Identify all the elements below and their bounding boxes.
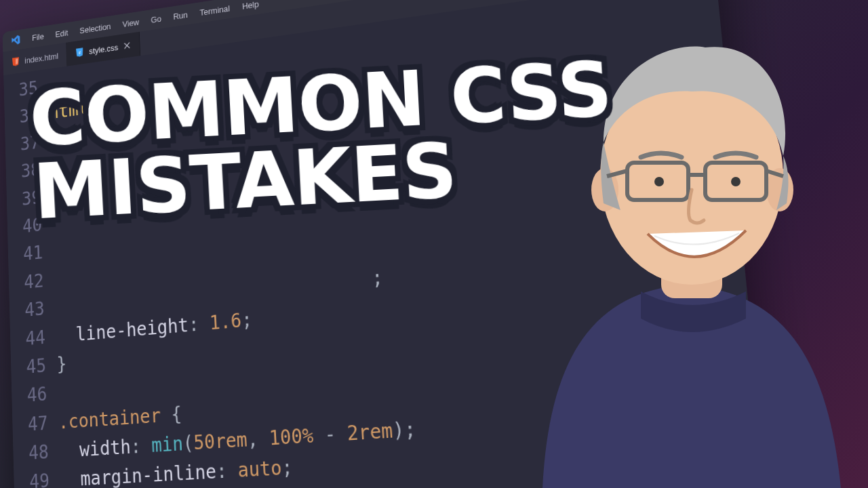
line-number: 37 [5, 128, 40, 160]
code-area: html { ; line-height: 1.6;}.container { … [48, 0, 771, 488]
line-number: 47 [12, 409, 48, 440]
svg-text:#: # [79, 50, 81, 55]
menu-view[interactable]: View [122, 18, 139, 28]
vscode-logo-icon [10, 34, 20, 47]
line-number: 41 [8, 239, 43, 270]
code-editor[interactable]: 3536373839404142434445464748495051 html … [3, 0, 770, 488]
line-number: 38 [5, 156, 41, 188]
line-number: 48 [13, 438, 49, 469]
menu-run[interactable]: Run [173, 10, 188, 20]
line-number: 40 [7, 211, 43, 242]
menu-help[interactable]: Help [242, 0, 259, 10]
menu-edit[interactable]: Edit [55, 28, 68, 39]
line-number: 39 [6, 183, 41, 215]
menu-file[interactable]: File [32, 32, 44, 41]
line-number: 35 [3, 74, 38, 106]
menu-selection[interactable]: Selection [79, 22, 111, 35]
css-icon: # [75, 47, 85, 58]
line-number: 44 [10, 323, 46, 354]
line-number: 43 [9, 295, 45, 326]
line-number: 49 [14, 466, 50, 488]
close-icon[interactable] [123, 41, 132, 51]
line-number: 46 [12, 380, 47, 411]
html-icon [11, 56, 20, 67]
vscode-window: FileEditSelectionViewGoRunTerminalHelpst… [3, 0, 778, 488]
line-number: 45 [11, 351, 47, 382]
menu-go[interactable]: Go [151, 14, 161, 24]
line-number: 42 [9, 266, 44, 298]
line-number: 36 [4, 101, 39, 133]
menu-terminal[interactable]: Terminal [199, 4, 230, 17]
tab-label: index.html [24, 52, 58, 64]
tab-label: style.css [89, 43, 118, 55]
